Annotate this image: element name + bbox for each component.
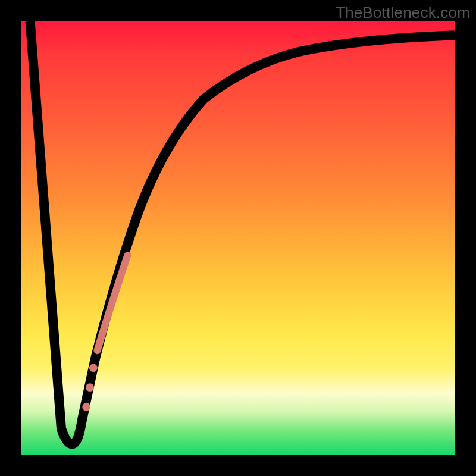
- highlight-segment: [97, 255, 127, 350]
- highlight-dot: [86, 383, 94, 392]
- curve-layer: [21, 21, 455, 455]
- bottleneck-curve: [30, 21, 455, 444]
- plot-area: [21, 21, 455, 455]
- highlight-dot: [89, 364, 98, 372]
- chart-frame: TheBottleneck.com: [0, 0, 476, 476]
- highlight-dot: [82, 403, 90, 411]
- watermark-text: TheBottleneck.com: [336, 4, 470, 22]
